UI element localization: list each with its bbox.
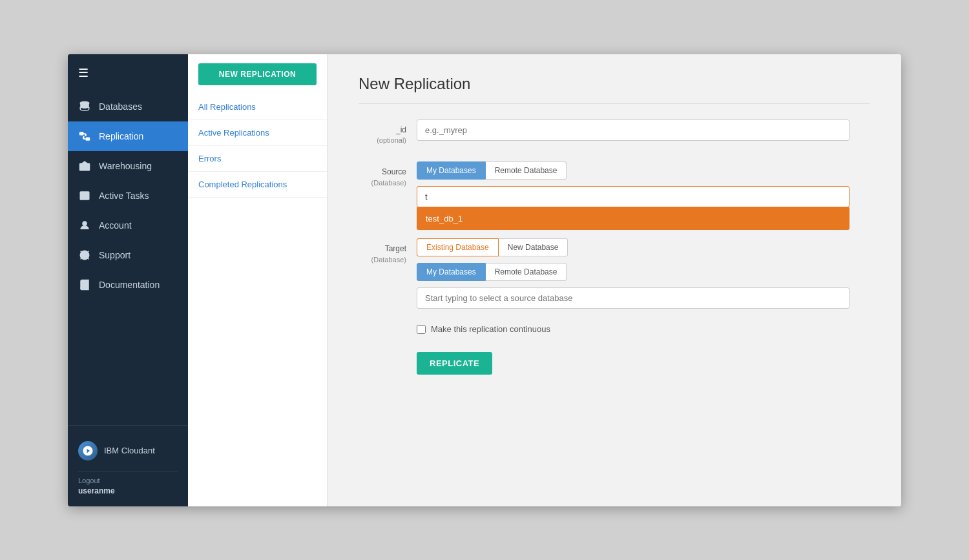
target-database-input[interactable] bbox=[417, 287, 849, 309]
middle-panel: NEW REPLICATION All Replications Active … bbox=[188, 54, 328, 506]
source-database-input[interactable] bbox=[417, 186, 849, 207]
sidebar-item-warehousing[interactable]: Warehousing bbox=[68, 151, 188, 181]
errors-link[interactable]: Errors bbox=[188, 146, 327, 172]
source-control-area: My Databases Remote Database test_db_1 bbox=[417, 161, 849, 207]
replication-form: _id (optional) Source (Database) My Data… bbox=[359, 119, 849, 375]
hamburger-icon[interactable]: ☰ bbox=[78, 67, 89, 79]
source-tab-remote-database[interactable]: Remote Database bbox=[486, 161, 567, 180]
logout-label[interactable]: Logout bbox=[78, 477, 178, 484]
sidebar-header: ☰ bbox=[68, 54, 188, 92]
brand-area: IBM Cloudant bbox=[78, 436, 178, 466]
target-tab-existing[interactable]: Existing Database bbox=[417, 238, 499, 256]
middle-nav: All Replications Active Replications Err… bbox=[188, 94, 327, 198]
sidebar-item-databases[interactable]: Databases bbox=[68, 92, 188, 121]
continuous-checkbox[interactable] bbox=[417, 325, 426, 334]
suggestion-item-test-db-1[interactable]: test_db_1 bbox=[417, 207, 849, 230]
sidebar-item-account[interactable]: Account bbox=[68, 211, 188, 240]
sidebar-item-label-warehousing: Warehousing bbox=[99, 161, 152, 171]
brand-name: IBM Cloudant bbox=[104, 446, 155, 455]
source-tab-group: My Databases Remote Database bbox=[417, 161, 849, 180]
active-replications-link[interactable]: Active Replications bbox=[188, 120, 327, 146]
support-icon bbox=[78, 249, 91, 262]
source-row: Source (Database) My Databases Remote Da… bbox=[359, 161, 849, 207]
sidebar: ☰ Databases bbox=[68, 54, 188, 506]
id-label: _id (optional) bbox=[359, 119, 417, 147]
sidebar-item-label-support: Support bbox=[99, 250, 130, 260]
sidebar-item-active-tasks[interactable]: Active Tasks bbox=[68, 181, 188, 211]
sidebar-item-support[interactable]: Support bbox=[68, 240, 188, 270]
page-title: New Replication bbox=[359, 75, 870, 104]
target-label: Target (Database) bbox=[359, 238, 417, 265]
main-content: New Replication _id (optional) Source (D… bbox=[328, 54, 901, 506]
database-icon bbox=[78, 100, 91, 113]
sidebar-item-documentation[interactable]: Documentation bbox=[68, 270, 188, 300]
sidebar-item-label-replication: Replication bbox=[99, 131, 143, 141]
logout-section: Logout useranme bbox=[78, 471, 178, 496]
replication-icon bbox=[78, 130, 91, 143]
cloudant-logo bbox=[78, 441, 98, 461]
sidebar-item-label-active-tasks: Active Tasks bbox=[99, 191, 149, 201]
tasks-icon bbox=[78, 189, 91, 202]
all-replications-link[interactable]: All Replications bbox=[188, 94, 327, 120]
sidebar-bottom: IBM Cloudant Logout useranme bbox=[68, 425, 188, 506]
target-control-area: Existing Database New Database My Databa… bbox=[417, 238, 849, 309]
svg-point-6 bbox=[83, 222, 87, 225]
warehousing-icon bbox=[78, 160, 91, 172]
username-label: useranme bbox=[78, 486, 115, 495]
continuous-label: Make this replication continuous bbox=[431, 324, 550, 334]
id-control-area bbox=[417, 119, 849, 141]
sidebar-item-label-databases: Databases bbox=[99, 101, 142, 112]
id-input[interactable] bbox=[417, 119, 849, 141]
sidebar-item-label-account: Account bbox=[99, 220, 132, 231]
account-icon bbox=[78, 219, 91, 232]
target-row: Target (Database) Existing Database New … bbox=[359, 238, 849, 309]
sidebar-item-replication[interactable]: Replication bbox=[68, 121, 188, 151]
source-suggestion-dropdown: test_db_1 bbox=[417, 207, 849, 230]
sidebar-item-label-documentation: Documentation bbox=[99, 280, 160, 290]
replicate-button[interactable]: REPLICATE bbox=[417, 352, 492, 375]
continuous-checkbox-row: Make this replication continuous bbox=[417, 324, 849, 334]
completed-replications-link[interactable]: Completed Replications bbox=[188, 172, 327, 198]
new-replication-button[interactable]: NEW REPLICATION bbox=[198, 63, 317, 85]
svg-point-8 bbox=[83, 253, 87, 257]
target-tab-remote-database[interactable]: Remote Database bbox=[486, 263, 567, 281]
id-row: _id (optional) bbox=[359, 119, 849, 147]
target-tab-my-databases[interactable]: My Databases bbox=[417, 263, 486, 281]
source-input-wrapper: test_db_1 bbox=[417, 186, 849, 207]
source-tab-my-databases[interactable]: My Databases bbox=[417, 161, 486, 180]
target-db-tab-group: My Databases Remote Database bbox=[417, 263, 849, 281]
target-tab-new[interactable]: New Database bbox=[499, 238, 568, 256]
svg-rect-3 bbox=[86, 138, 89, 140]
sidebar-nav: Databases Replication bbox=[68, 92, 188, 425]
target-type-tab-group: Existing Database New Database bbox=[417, 238, 849, 256]
docs-icon bbox=[78, 278, 91, 291]
svg-rect-2 bbox=[80, 132, 83, 135]
source-label: Source (Database) bbox=[359, 161, 417, 189]
